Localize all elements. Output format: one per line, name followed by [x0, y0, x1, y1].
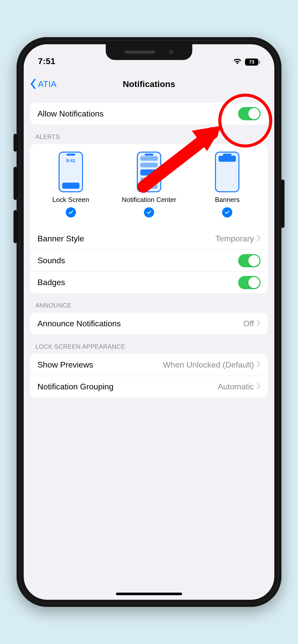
allow-notifications-label: Allow Notifications — [37, 109, 104, 119]
checkmark-icon — [66, 207, 76, 217]
announce-notifications-value: Off — [243, 319, 254, 328]
notification-grouping-row[interactable]: Notification Grouping Automatic — [30, 376, 268, 398]
back-button[interactable]: ATIA — [30, 79, 57, 89]
screen: 7:51 73 ATIA Notifications — [24, 44, 274, 600]
chevron-right-icon — [256, 360, 261, 370]
notification-grouping-value: Automatic — [218, 382, 254, 391]
show-previews-row[interactable]: Show Previews When Unlocked (Default) — [30, 354, 268, 376]
alert-option-label: Notification Center — [122, 196, 176, 204]
chevron-right-icon — [256, 234, 261, 243]
volume-down-button — [13, 210, 17, 243]
power-button — [281, 180, 285, 228]
allow-notifications-row: Allow Notifications — [30, 103, 268, 125]
checkmark-icon — [222, 207, 232, 217]
banner-style-value: Temporary — [215, 234, 254, 243]
nav-header: ATIA Notifications — [24, 73, 274, 95]
announce-header: ANNOUNCE — [30, 293, 268, 313]
notification-grouping-label: Notification Grouping — [37, 382, 114, 391]
show-previews-value: When Unlocked (Default) — [163, 360, 254, 370]
show-previews-label: Show Previews — [37, 360, 93, 370]
alerts-header: ALERTS — [30, 125, 268, 144]
banner-style-label: Banner Style — [37, 234, 84, 243]
wifi-icon — [233, 58, 242, 66]
content-scroll[interactable]: Allow Notifications ALERTS 9:41 — [24, 100, 274, 600]
badges-label: Badges — [37, 278, 65, 287]
sounds-row: Sounds — [30, 250, 268, 271]
alert-option-label: Banners — [215, 196, 240, 204]
banner-style-row[interactable]: Banner Style Temporary — [30, 228, 268, 250]
chevron-right-icon — [256, 319, 261, 328]
checkmark-icon — [144, 207, 154, 217]
page-title: Notifications — [123, 79, 175, 89]
sounds-label: Sounds — [37, 256, 65, 265]
notification-center-icon — [137, 152, 161, 192]
banners-icon — [215, 152, 239, 192]
lockscreen-header: LOCK SCREEN APPEARANCE — [30, 334, 268, 354]
sounds-toggle[interactable] — [238, 254, 261, 267]
allow-notifications-toggle[interactable] — [238, 107, 261, 120]
notch — [106, 44, 192, 60]
alert-option-banners[interactable]: Banners — [189, 152, 265, 217]
silence-switch — [13, 134, 17, 152]
volume-up-button — [13, 167, 17, 200]
announce-notifications-row[interactable]: Announce Notifications Off — [30, 313, 268, 334]
badges-row: Badges — [30, 271, 268, 293]
status-time: 7:51 — [38, 56, 55, 66]
alert-option-lock-screen[interactable]: 9:41 Lock Screen — [33, 152, 109, 217]
alert-option-label: Lock Screen — [52, 196, 89, 204]
back-label: ATIA — [38, 79, 57, 89]
phone-frame: 7:51 73 ATIA Notifications — [17, 37, 281, 607]
announce-notifications-label: Announce Notifications — [37, 319, 121, 328]
home-indicator[interactable] — [116, 593, 182, 595]
chevron-right-icon — [256, 382, 261, 391]
battery-icon: 73 — [245, 58, 260, 66]
battery-level: 73 — [245, 58, 258, 66]
lock-screen-icon: 9:41 — [59, 152, 83, 192]
badges-toggle[interactable] — [238, 276, 261, 289]
alert-option-notification-center[interactable]: Notification Center — [111, 152, 187, 217]
